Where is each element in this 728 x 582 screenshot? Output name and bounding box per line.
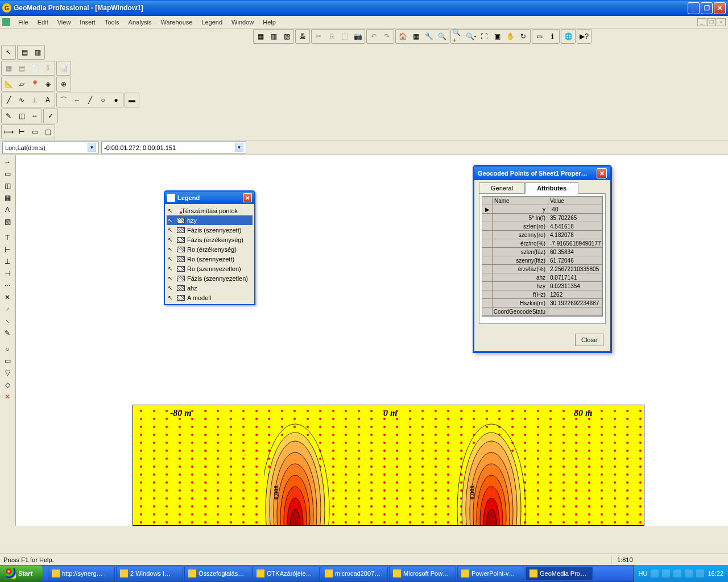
close-button[interactable]: ✕ (714, 2, 726, 14)
tray-icon[interactable] (651, 569, 659, 577)
edit-geom-icon[interactable]: ✎ (2, 110, 15, 122)
menu-edit[interactable]: Edit (33, 18, 53, 27)
attribute-row[interactable]: ahz0.0717141 (482, 273, 602, 282)
draw-line-icon[interactable]: ╱ (2, 94, 15, 106)
dock-tool-7-icon[interactable]: ⊢ (1, 244, 14, 255)
legend-item[interactable]: ↖Ro (szennyezett) (167, 254, 253, 264)
dock-tool-13-icon[interactable]: ⟍ (1, 315, 14, 327)
snap-tool-icon[interactable]: ⊕ (57, 78, 70, 90)
query-icon[interactable]: 🔍 (436, 30, 448, 43)
start-button[interactable]: Start (0, 565, 43, 582)
properties-titlebar[interactable]: Geocoded Points of Sheet1 Proper… ✕ (474, 167, 610, 180)
dock-tool-3-icon[interactable]: ◫ (1, 180, 14, 192)
legend-close-button[interactable]: ✕ (243, 193, 252, 202)
taskbar-item[interactable]: Összefoglalás… (184, 567, 251, 580)
dock-tool-14-icon[interactable]: ✎ (1, 327, 14, 339)
mdi-minimize[interactable]: _ (697, 18, 706, 26)
coord-system-select[interactable]: Lon,Lat(d:m:s)▼ (2, 142, 99, 153)
draw-disc-icon[interactable]: ● (110, 94, 122, 106)
dock-tool-12-icon[interactable]: ⟋ (1, 304, 14, 315)
feature-class-icon[interactable]: ▦ (410, 30, 422, 43)
menu-help[interactable]: Help (258, 18, 280, 27)
dock-tool-9-icon[interactable]: ⊣ (1, 268, 14, 279)
legend-groups-icon[interactable]: ▥ (31, 46, 44, 59)
legend-item[interactable]: ↖Fázis (érzékenység) (167, 235, 253, 244)
properties-dialog[interactable]: Geocoded Points of Sheet1 Proper… ✕ Gene… (473, 165, 612, 353)
dock-tool-15-icon[interactable]: ○ (1, 343, 14, 355)
attribute-row[interactable]: szenny(ro)4.182078 (482, 231, 602, 239)
attribute-row[interactable]: érz#fáz(%)2.25672210335805 (482, 265, 602, 273)
draw-perp-icon[interactable]: ⊥ (28, 94, 41, 106)
dock-tool-4-icon[interactable]: ▦ (1, 192, 14, 203)
copy-icon[interactable]: ⎘ (325, 30, 338, 43)
attribute-row[interactable]: szenny(fáz)61.72046 (482, 256, 602, 265)
dock-tool-8-icon[interactable]: ⊥ (1, 256, 14, 267)
refresh-icon[interactable]: ↻ (517, 30, 530, 43)
dock-tool-5-icon[interactable]: ▧ (1, 216, 14, 227)
properties-icon[interactable]: 🔧 (423, 30, 435, 43)
draw-segment-icon[interactable]: ╱ (84, 94, 96, 106)
tool-layout-window-icon[interactable]: ▧ (280, 30, 293, 43)
dock-tool-6-icon[interactable]: ⊤ (1, 232, 14, 243)
attribute-row[interactable]: érz#ro(%)-7.91656189490177 (482, 239, 602, 248)
help-icon[interactable]: ▶? (578, 30, 590, 43)
dock-tool-1-icon[interactable]: → (1, 156, 14, 168)
menu-analysis[interactable]: Analysis (124, 18, 156, 27)
language-indicator[interactable]: HU (639, 570, 648, 577)
validation-icon[interactable]: ✓ (44, 110, 57, 122)
draw-arc3-icon[interactable]: ⌣ (71, 94, 83, 106)
dock-tool-a-icon[interactable]: A (1, 204, 14, 215)
tab-general[interactable]: General (479, 182, 525, 193)
dock-tool-18-icon[interactable]: ◇ (1, 379, 14, 390)
taskbar-item[interactable]: Microsoft Pow… (389, 567, 456, 580)
attribute-grid[interactable]: NameValue▶y-405* ln(f)35.702265szlen(ro)… (482, 196, 603, 317)
select-tool-icon[interactable]: ▭ (533, 30, 545, 43)
pointer-icon[interactable]: ↖ (2, 46, 15, 59)
attribute-row[interactable]: szlen(fáz)60.35834 (482, 248, 602, 256)
taskbar-item[interactable]: microcad2007… (321, 567, 388, 580)
legend-item[interactable]: ↖Ro (érzékenység) (167, 244, 253, 254)
print-icon[interactable]: 🖶 (296, 30, 309, 43)
dock-tool-10-icon[interactable]: ··· (1, 280, 14, 291)
menu-warehouse[interactable]: Warehouse (156, 18, 197, 27)
map-canvas[interactable]: Legend ✕ ↖Térszámítási pontok↖hzy↖Fázis … (16, 155, 728, 526)
tray-icon[interactable] (696, 569, 704, 577)
attribute-row[interactable]: hzy0.02311354 (482, 282, 602, 290)
table-icon[interactable]: ▦ (2, 62, 15, 74)
measure-area-icon[interactable]: ▱ (15, 78, 28, 90)
tab-attributes[interactable]: Attributes (525, 182, 578, 194)
mdi-restore[interactable]: ❐ (707, 18, 716, 26)
export-icon[interactable]: ⇩ (42, 62, 54, 74)
attribute-row[interactable]: Hszkin(m)30.1922692234687 (482, 299, 602, 307)
taskbar-item[interactable]: PowerPoint-v… (457, 567, 524, 580)
legend-titlebar[interactable]: Legend ✕ (165, 192, 254, 204)
pan-icon[interactable]: ✋ (504, 30, 516, 43)
legend-item[interactable]: ↖A modell (167, 293, 253, 302)
menu-view[interactable]: View (53, 18, 76, 27)
paste-icon[interactable]: 📋 (338, 30, 351, 43)
redo-icon[interactable]: ↷ (380, 30, 393, 43)
taskbar-item[interactable]: http://synerg… (48, 567, 115, 580)
draw-polyline-icon[interactable]: ∿ (15, 94, 28, 106)
draw-circle-icon[interactable]: ○ (97, 94, 109, 106)
menu-insert[interactable]: Insert (75, 18, 100, 27)
attribute-row[interactable]: szlen(ro)4.541618 (482, 222, 602, 231)
grid-icon[interactable]: ▤ (15, 62, 28, 74)
fit-selection-icon[interactable]: ▣ (491, 30, 503, 43)
legend-item[interactable]: ↖hzy (167, 215, 253, 225)
dock-tool-2-icon[interactable]: ▭ (1, 168, 14, 180)
linear-ref-icon[interactable]: ⟼ (2, 126, 15, 138)
tray-icon[interactable] (662, 569, 670, 577)
globe-icon[interactable]: 🌐 (562, 30, 574, 43)
maximize-button[interactable]: ❐ (701, 2, 713, 14)
menu-legend[interactable]: Legend (197, 18, 227, 27)
tray-icon[interactable] (685, 569, 693, 577)
dropdown-arrow-icon[interactable]: ▼ (235, 143, 243, 152)
menu-tools[interactable]: Tools (100, 18, 124, 27)
attribute-row[interactable]: ▶y-40 (482, 205, 602, 214)
taskbar-item[interactable]: GeoMedia Pro… (526, 567, 593, 580)
dropdown-arrow-icon[interactable]: ▼ (88, 143, 96, 152)
zoom-out-icon[interactable]: 🔍- (465, 30, 477, 43)
attribute-row[interactable]: f(Hz)1262 (482, 290, 602, 299)
dock-tool-11-icon[interactable]: ✕ (1, 292, 14, 303)
